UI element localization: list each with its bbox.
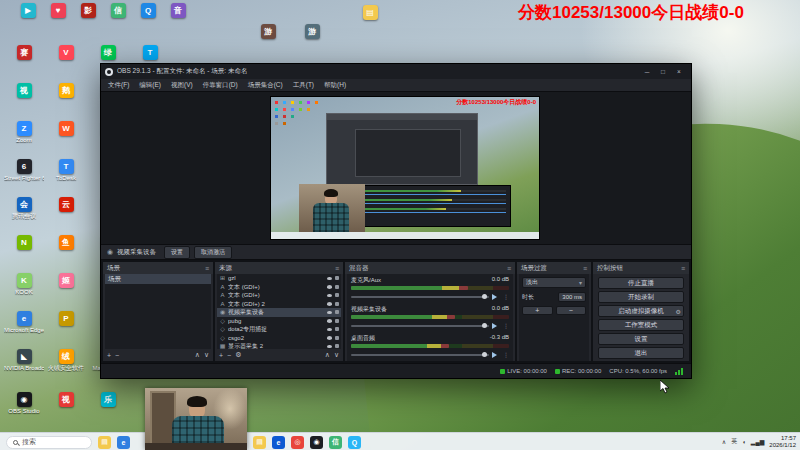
taskbar-app-icon[interactable]: Q	[348, 436, 361, 449]
desktop-icon[interactable]: 鱼	[46, 235, 86, 251]
speaker-icon[interactable]	[492, 323, 500, 329]
stop-streaming-button[interactable]: 停止直播	[598, 277, 684, 289]
clock[interactable]: 17:57 2026/1/12	[769, 435, 796, 449]
menu-e[interactable]: 编辑(E)	[134, 81, 166, 90]
desktop-icon[interactable]: 云	[46, 197, 86, 213]
desktop-icon[interactable]: 游	[292, 24, 332, 40]
source-item[interactable]: ◇dota2专用捕捉	[217, 325, 341, 334]
lock-icon[interactable]	[335, 344, 339, 348]
volume-slider[interactable]	[351, 325, 489, 327]
visibility-icon[interactable]	[327, 319, 332, 323]
desktop-icon[interactable]: 鹅	[46, 83, 86, 99]
lock-icon[interactable]	[335, 302, 339, 306]
source-item[interactable]: ⊞gzl	[217, 274, 341, 283]
network-signal-icon[interactable]: ▂▄▆	[751, 438, 764, 445]
source-item[interactable]: A文本 (GDI+)	[217, 291, 341, 300]
desktop-icon[interactable]: 视	[4, 83, 44, 99]
close-button[interactable]: ×	[671, 66, 687, 78]
scene-item[interactable]: 场景	[105, 274, 211, 284]
desktop-icon-microsoft-edge[interactable]: eMicrosoft Edge	[4, 311, 44, 334]
desktop-icon[interactable]: 游	[248, 24, 288, 40]
add-source-button[interactable]: +	[219, 352, 223, 359]
source-properties-button[interactable]: ⚙	[235, 351, 241, 359]
desktop-icon-obs-studio[interactable]: ◉OBS Studio	[4, 392, 44, 415]
desktop-icon[interactable]: ▤	[350, 5, 390, 21]
desktop-icon-item[interactable]: 会腾讯会议	[4, 197, 44, 220]
source-item[interactable]: A文本 (GDI+)	[217, 283, 341, 292]
source-item[interactable]: ◉视频采集设备	[217, 308, 341, 317]
source-item[interactable]: A文本 (GDI+) 2	[217, 300, 341, 309]
menu-f[interactable]: 文件(F)	[103, 81, 134, 90]
add-transition-button[interactable]: +	[522, 306, 553, 315]
properties-button[interactable]: 设置	[164, 246, 190, 259]
visibility-icon[interactable]	[327, 311, 332, 315]
panel-menu-icon[interactable]	[681, 265, 685, 272]
lock-icon[interactable]	[335, 319, 339, 323]
taskbar-app-icon[interactable]: ▤	[253, 436, 266, 449]
source-up-button[interactable]: ∧	[325, 351, 330, 359]
source-item[interactable]: ▦显示器采集 2	[217, 342, 341, 349]
desktop-icon[interactable]: 视	[46, 392, 86, 408]
tray-chevron-icon[interactable]: ∧	[722, 438, 726, 445]
desktop-icon[interactable]: T	[130, 45, 170, 61]
menu-c[interactable]: 场景集合(C)	[243, 81, 288, 90]
remove-source-button[interactable]: −	[227, 352, 231, 359]
virtual-camera-button[interactable]: 启动虚拟摄像机⚙	[598, 305, 684, 317]
speaker-icon[interactable]	[492, 352, 500, 358]
volume-slider[interactable]	[351, 296, 489, 298]
panel-menu-icon[interactable]	[583, 265, 587, 272]
speaker-icon[interactable]	[492, 294, 500, 300]
desktop-icon[interactable]: 乐	[88, 392, 128, 408]
maximize-button[interactable]: □	[655, 66, 671, 78]
desktop-icon[interactable]: W	[46, 121, 86, 137]
studio-mode-button[interactable]: 工作室模式	[598, 319, 684, 331]
visibility-icon[interactable]	[327, 277, 332, 281]
lock-icon[interactable]	[335, 327, 339, 331]
desktop-icon[interactable]: 音	[158, 3, 198, 19]
visibility-icon[interactable]	[327, 328, 332, 332]
volume-icon[interactable]: ◖	[742, 439, 746, 445]
visibility-icon[interactable]	[327, 294, 332, 298]
deactivate-button[interactable]: 取消激活	[194, 246, 232, 259]
lock-icon[interactable]	[335, 310, 339, 314]
lock-icon[interactable]	[335, 276, 339, 280]
add-scene-button[interactable]: +	[107, 352, 111, 359]
slider-knob[interactable]	[482, 323, 487, 328]
slider-knob[interactable]	[482, 294, 487, 299]
remove-scene-button[interactable]: −	[115, 352, 119, 359]
desktop-icon[interactable]: V	[46, 45, 86, 61]
slider-knob[interactable]	[482, 352, 487, 357]
desktop-icon[interactable]: N	[4, 235, 44, 251]
visibility-icon[interactable]	[327, 345, 332, 349]
panel-menu-icon[interactable]	[507, 265, 511, 272]
desktop-icon-nvidia-broadcast[interactable]: ◣NVIDIA Broadcast	[4, 349, 44, 372]
menu-t[interactable]: 工具(T)	[288, 81, 319, 90]
obs-titlebar[interactable]: OBS 29.1.3 - 配置文件: 未命名 - 场景: 未命名 ─□×	[101, 64, 691, 79]
visibility-icon[interactable]	[327, 302, 332, 306]
desktop-icon[interactable]: P	[46, 311, 86, 327]
remove-transition-button[interactable]: −	[556, 306, 587, 315]
settings-button[interactable]: 设置	[598, 333, 684, 345]
taskbar-app-icon[interactable]: ▤	[98, 436, 111, 449]
lock-icon[interactable]	[335, 336, 339, 340]
taskbar-app-icon[interactable]: e	[117, 436, 130, 449]
desktop-icon[interactable]: 姬	[46, 273, 86, 289]
taskbar-search[interactable]: 搜索	[6, 436, 92, 449]
desktop-icon-street-fighter-6[interactable]: 6Street Fighter 6	[4, 159, 44, 182]
obs-preview-canvas[interactable]: 分数10253/13000今日战绩0-0	[101, 92, 691, 244]
visibility-icon[interactable]	[327, 285, 332, 289]
scene-up-button[interactable]: ∧	[195, 351, 200, 359]
taskbar-app-icon[interactable]: ◉	[310, 436, 323, 449]
desktop-icon-todesk[interactable]: TToDesk	[46, 159, 86, 182]
visibility-icon[interactable]	[327, 336, 332, 340]
channel-menu-icon[interactable]: ⋮	[503, 322, 509, 329]
menu-h[interactable]: 帮助(H)	[319, 81, 351, 90]
panel-menu-icon[interactable]	[335, 265, 339, 272]
scene-down-button[interactable]: ∨	[204, 351, 209, 359]
taskbar-app-icon[interactable]: ◎	[291, 436, 304, 449]
minimize-button[interactable]: ─	[639, 66, 655, 78]
source-item[interactable]: ◇csgo2	[217, 334, 341, 343]
desktop-icon-zoom[interactable]: ZZoom	[4, 121, 44, 144]
taskbar-app-icon[interactable]: e	[272, 436, 285, 449]
virtual-camera-settings-icon[interactable]: ⚙	[676, 308, 681, 315]
